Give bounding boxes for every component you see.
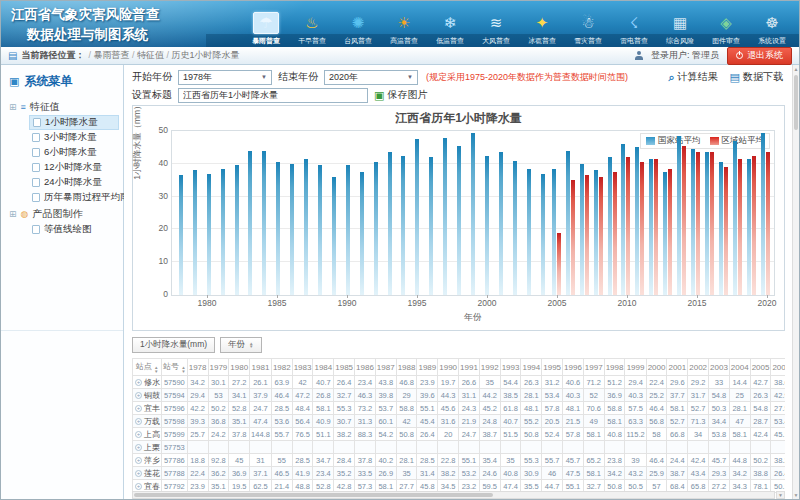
bar-group-1987[interactable]	[299, 131, 313, 295]
column-header-station-id[interactable]: 站号 ▲▼	[162, 359, 188, 376]
save-image-button[interactable]: ▣ 保存图片	[374, 88, 427, 102]
bar-group-2016[interactable]	[702, 131, 716, 295]
column-header-station[interactable]: 站点 ▲▼	[133, 359, 162, 376]
bar-group-2002[interactable]	[508, 131, 522, 295]
bar-group-1979[interactable]	[188, 131, 202, 295]
bar-group-1992[interactable]	[369, 131, 383, 295]
table-row[interactable]: +宜丰5759642.250.252.824.728.548.458.155.3…	[133, 402, 786, 415]
row-expand-icon[interactable]: +	[135, 405, 142, 412]
bar-group-2000[interactable]	[480, 131, 494, 295]
calculate-button[interactable]: ⌕ 计算结果	[668, 70, 717, 84]
row-expand-icon[interactable]: +	[135, 392, 142, 399]
bar-group-1988[interactable]	[313, 131, 327, 295]
download-button[interactable]: ▤ 数据下载	[730, 70, 783, 84]
vertical-scrollbar[interactable]: ▲ ▼	[792, 65, 799, 499]
toolbar-item-台风普查[interactable]: ✺台风普查	[335, 1, 381, 47]
bar-group-2015[interactable]	[689, 131, 703, 295]
bar-group-2019[interactable]	[744, 131, 758, 295]
row-expand-icon[interactable]: +	[135, 418, 142, 425]
sidebar-item-3小时降水量[interactable]: 3小时降水量	[29, 130, 119, 145]
table-row[interactable]: +萍乡5778618.892.845315528.534.728.437.840…	[133, 454, 786, 467]
h-scroll-thumb[interactable]	[134, 493, 493, 497]
bar-group-2010[interactable]	[619, 131, 633, 295]
bar-group-1984[interactable]	[257, 131, 271, 295]
toolbar-item-干旱普查[interactable]: ♨干旱普查	[289, 1, 335, 47]
bar-group-2012[interactable]	[647, 131, 661, 295]
scroll-up-arrow[interactable]: ▲	[793, 65, 799, 73]
row-expand-icon[interactable]: +	[135, 431, 142, 438]
bar-group-1993[interactable]	[383, 131, 397, 295]
sidebar-item-12小时降水量[interactable]: 12小时降水量	[29, 160, 119, 175]
bar-group-1999[interactable]	[466, 131, 480, 295]
bar-group-2013[interactable]	[661, 131, 675, 295]
bar-group-1983[interactable]	[244, 131, 258, 295]
row-expand-icon[interactable]: +	[135, 444, 142, 451]
bar-group-2014[interactable]	[675, 131, 689, 295]
toolbar-item-系统设置[interactable]: ☸系统设置	[749, 1, 795, 47]
table-row[interactable]: +上高5759925.724.237.8144.855.776.551.138.…	[133, 428, 786, 441]
bar-group-2011[interactable]	[633, 131, 647, 295]
bar-group-2004[interactable]	[536, 131, 550, 295]
table-row[interactable]: +修水5759034.230.127.226.163.94240.726.423…	[133, 376, 786, 389]
expander-icon[interactable]: ⊞	[9, 102, 17, 112]
scroll-corner-arrow[interactable]: ▼	[776, 491, 785, 499]
sidebar-item-等值线绘图[interactable]: 等值线绘图	[29, 222, 119, 237]
breadcrumb-segment[interactable]: 历史1小时降水量	[172, 50, 240, 60]
toolbar-item-高温普查[interactable]: ☀高温普查	[381, 1, 427, 47]
sidebar-item-6小时降水量[interactable]: 6小时降水量	[29, 145, 119, 160]
table-row[interactable]: +铜鼓5759429.45334.137.946.447.226.832.746…	[133, 389, 786, 402]
bar-group-2005[interactable]	[549, 131, 563, 295]
bar-group-2006[interactable]	[563, 131, 577, 295]
bar-group-1994[interactable]	[397, 131, 411, 295]
toolbar-item-雪灾普查[interactable]: ☃雪灾普查	[565, 1, 611, 47]
row-expand-icon[interactable]: +	[135, 483, 142, 490]
v-scroll-thumb[interactable]	[794, 75, 798, 130]
sidebar-item-1小时降水量[interactable]: 1小时降水量	[29, 115, 119, 130]
bar-group-2020[interactable]	[758, 131, 772, 295]
bar-group-2009[interactable]	[605, 131, 619, 295]
toolbar-item-低温普查[interactable]: ❄低温普查	[427, 1, 473, 47]
table-row[interactable]: +上栗57753	[133, 441, 786, 454]
logout-button[interactable]: 退出系统	[727, 47, 792, 65]
expander-icon[interactable]: ⊞	[9, 209, 17, 219]
start-year-select[interactable]: 1978年 ▼	[178, 70, 272, 85]
bar-group-1982[interactable]	[230, 131, 244, 295]
bar-group-1996[interactable]	[424, 131, 438, 295]
chart-title-input[interactable]	[178, 88, 368, 103]
bar-group-1995[interactable]	[410, 131, 424, 295]
end-year-select[interactable]: 2020年 ▼	[324, 70, 418, 85]
bar-group-1980[interactable]	[202, 131, 216, 295]
bar-group-2007[interactable]	[577, 131, 591, 295]
row-expand-icon[interactable]: +	[135, 379, 142, 386]
bar-group-2008[interactable]	[591, 131, 605, 295]
toolbar-item-雷电普查[interactable]: ☇雷电普查	[611, 1, 657, 47]
toolbar-item-综合风险[interactable]: ▦综合风险	[657, 1, 703, 47]
bar-group-1981[interactable]	[216, 131, 230, 295]
breadcrumb-segment[interactable]: 暴雨普查	[93, 50, 129, 60]
bar-group-2017[interactable]	[716, 131, 730, 295]
bar-group-1997[interactable]	[438, 131, 452, 295]
bar-group-2001[interactable]	[494, 131, 508, 295]
scroll-down-arrow[interactable]: ▼	[793, 491, 799, 499]
bar-group-1998[interactable]	[452, 131, 466, 295]
table-row[interactable]: +莲花5778822.436.236.937.146.541.923.435.2…	[133, 467, 786, 480]
bar-group-1989[interactable]	[327, 131, 341, 295]
bar-group-1986[interactable]	[285, 131, 299, 295]
row-expand-icon[interactable]: +	[135, 457, 142, 464]
bar-group-1991[interactable]	[355, 131, 369, 295]
toolbar-item-暴雨普查[interactable]: ☂暴雨普查	[243, 1, 289, 47]
row-expand-icon[interactable]: +	[135, 470, 142, 477]
bar-group-1978[interactable]	[174, 131, 188, 295]
unit-button[interactable]: 1小时降水量(mm)	[132, 337, 215, 353]
table-row[interactable]: +万载5759839.336.835.147.453.656.440.930.7…	[133, 415, 786, 428]
tree-group-产品图制作[interactable]: ⊞◍产品图制作	[9, 205, 119, 222]
bar-group-2018[interactable]	[730, 131, 744, 295]
toolbar-item-冰雹普查[interactable]: ✦冰雹普查	[519, 1, 565, 47]
bar-group-1985[interactable]	[271, 131, 285, 295]
horizontal-scrollbar[interactable]	[132, 491, 775, 499]
toolbar-item-大风普查[interactable]: ≋大风普查	[473, 1, 519, 47]
bar-group-2003[interactable]	[522, 131, 536, 295]
toolbar-item-图件审查[interactable]: ◈图件审查	[703, 1, 749, 47]
year-sort-control[interactable]: 年份 ▲▼	[220, 337, 261, 353]
sidebar-item-历年暴雨过程平均雨量[interactable]: 历年暴雨过程平均雨量	[29, 190, 119, 205]
